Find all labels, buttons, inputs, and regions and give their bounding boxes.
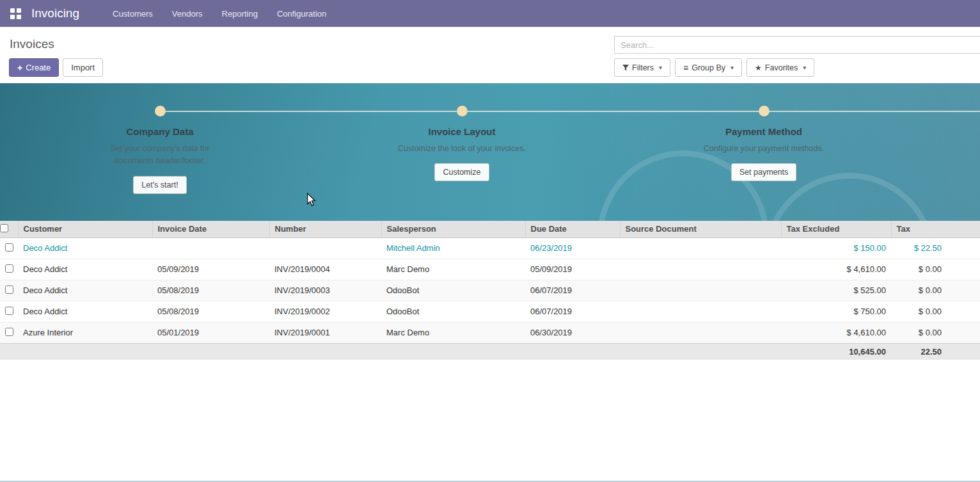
cell-tax-excluded: $ 750.00 [781, 301, 891, 322]
lets-start-button[interactable]: Let's start! [133, 176, 186, 194]
control-panel: Invoices + Create Import Filters ▾ ≡ Gro… [0, 27, 980, 83]
top-navbar: Invoicing Customers Vendors Reporting Co… [0, 0, 980, 27]
chevron-down-icon: ▾ [659, 64, 662, 71]
onboarding-step-payment-method: Payment Method Configure your payment me… [681, 106, 847, 181]
onboarding-step-invoice-layout: Invoice Layout Customize the look of you… [379, 106, 545, 181]
filter-icon [622, 65, 629, 71]
cell-salesperson: OdooBot [381, 301, 525, 322]
cell-invoice-date: 05/01/2019 [152, 322, 269, 343]
group-by-button-label: Group By [692, 63, 725, 72]
select-all-cell [0, 221, 18, 237]
table-row[interactable]: Azure Interior 05/01/2019 INV/2019/0001 … [0, 322, 980, 343]
nav-reporting[interactable]: Reporting [222, 9, 258, 19]
star-icon: ★ [755, 63, 762, 72]
cell-customer: Deco Addict [18, 259, 152, 280]
cell-customer: Deco Addict [18, 280, 152, 301]
filters-button[interactable]: Filters ▾ [614, 58, 670, 77]
cell-due-date: 06/07/2019 [525, 301, 620, 322]
column-header-invoice-date[interactable]: Invoice Date [152, 221, 269, 237]
onboarding-step-company-data: Company Data Set your company's data for… [77, 106, 243, 194]
nav-vendors[interactable]: Vendors [172, 9, 203, 19]
nav-customers[interactable]: Customers [113, 9, 153, 19]
import-button[interactable]: Import [63, 58, 103, 77]
cell-invoice-date: 05/08/2019 [152, 280, 269, 301]
filters-button-label: Filters [632, 63, 654, 72]
cell-number: INV/2019/0002 [269, 301, 381, 322]
cell-due-date: 06/30/2019 [525, 322, 620, 343]
cell-source-document [620, 259, 781, 280]
onboarding-banner: Company Data Set your company's data for… [0, 83, 980, 221]
set-payments-button[interactable]: Set payments [731, 163, 796, 181]
row-checkbox[interactable] [5, 264, 13, 273]
cell-tax-excluded: $ 525.00 [781, 280, 891, 301]
plus-icon: + [17, 63, 22, 73]
chevron-down-icon: ▾ [731, 64, 734, 71]
column-header-tax-excluded[interactable]: Tax Excluded [781, 221, 891, 237]
invoice-list: Customer Invoice Date Number Salesperson… [0, 221, 980, 360]
customize-button[interactable]: Customize [434, 163, 489, 181]
filter-bar: Filters ▾ ≡ Group By ▾ ★ Favorites ▾ [614, 58, 980, 77]
step-description: Set your company's data for documents he… [92, 143, 228, 168]
column-header-source-document[interactable]: Source Document [620, 221, 781, 237]
navbar-menu: Customers Vendors Reporting Configuratio… [113, 9, 326, 19]
cell-tax-excluded: $ 150.00 [781, 237, 891, 259]
table-footer-row: 10,645.00 22.50 [0, 343, 980, 360]
invoicing-app: Invoicing Customers Vendors Reporting Co… [0, 0, 980, 482]
cell-number: INV/2019/0003 [269, 280, 381, 301]
cell-customer: Deco Addict [18, 301, 152, 322]
group-by-button[interactable]: ≡ Group By ▾ [675, 58, 742, 77]
nav-configuration[interactable]: Configuration [277, 9, 326, 19]
step-title: Payment Method [681, 126, 847, 137]
chevron-down-icon: ▾ [803, 64, 806, 71]
cell-tax: $ 0.00 [891, 280, 980, 301]
cell-salesperson: Marc Demo [381, 322, 525, 343]
cell-salesperson: OdooBot [381, 280, 525, 301]
cell-salesperson: Marc Demo [381, 259, 525, 280]
page-title: Invoices [10, 37, 54, 51]
cell-source-document [620, 322, 781, 343]
column-header-salesperson[interactable]: Salesperson [381, 221, 525, 237]
table-row[interactable]: Deco Addict 05/09/2019 INV/2019/0004 Mar… [0, 259, 980, 280]
step-title: Company Data [77, 126, 243, 137]
table-header-row: Customer Invoice Date Number Salesperson… [0, 221, 980, 237]
cell-number: INV/2019/0001 [269, 322, 381, 343]
step-description: Configure your payment methods. [696, 143, 832, 155]
action-buttons: + Create Import [9, 58, 103, 77]
favorites-button[interactable]: ★ Favorites ▾ [747, 58, 814, 77]
app-brand[interactable]: Invoicing [31, 6, 79, 20]
table-row[interactable]: Deco Addict Mitchell Admin 06/23/2019 $ … [0, 237, 980, 259]
row-checkbox[interactable] [5, 285, 13, 294]
column-header-due-date[interactable]: Due Date [525, 221, 620, 237]
cell-due-date: 06/23/2019 [525, 237, 620, 259]
cell-tax: $ 0.00 [891, 322, 980, 343]
favorites-button-label: Favorites [765, 63, 798, 72]
cell-source-document [620, 280, 781, 301]
apps-menu-icon[interactable] [10, 8, 21, 19]
cell-salesperson: Mitchell Admin [381, 237, 525, 259]
table-row[interactable]: Deco Addict 05/08/2019 INV/2019/0003 Odo… [0, 280, 980, 301]
cell-due-date: 06/07/2019 [525, 280, 620, 301]
cell-due-date: 05/09/2019 [525, 259, 620, 280]
total-tax-excluded: 10,645.00 [781, 343, 891, 360]
row-checkbox[interactable] [5, 328, 13, 336]
cell-source-document [620, 237, 781, 259]
cell-tax: $ 0.00 [891, 259, 980, 280]
column-header-tax[interactable]: Tax [891, 221, 980, 237]
step-dot-icon [457, 106, 468, 116]
row-checkbox[interactable] [5, 307, 13, 315]
column-header-number[interactable]: Number [269, 221, 381, 237]
cell-invoice-date: 05/08/2019 [152, 301, 269, 322]
onboarding-timeline [160, 111, 980, 112]
search-input[interactable] [614, 36, 980, 54]
step-dot-icon [759, 106, 770, 116]
cell-tax-excluded: $ 4,610.00 [781, 259, 891, 280]
step-dot-icon [155, 106, 166, 116]
column-header-customer[interactable]: Customer [18, 221, 152, 237]
table-row[interactable]: Deco Addict 05/08/2019 INV/2019/0002 Odo… [0, 301, 980, 322]
cell-number: INV/2019/0004 [269, 259, 381, 280]
select-all-checkbox[interactable] [0, 224, 8, 232]
create-button[interactable]: + Create [9, 58, 59, 77]
create-button-label: Create [26, 63, 51, 72]
cell-tax: $ 22.50 [891, 237, 980, 259]
row-checkbox[interactable] [5, 243, 13, 252]
